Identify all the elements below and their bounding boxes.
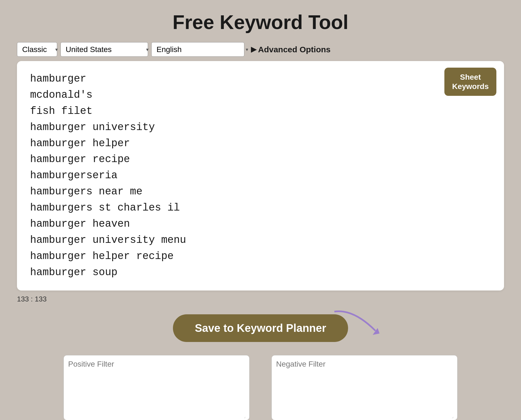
save-row: Save to Keyword Planner [17, 314, 504, 342]
count-label: 133 : 133 [17, 295, 504, 303]
list-item: hamburgers st charles il [30, 200, 491, 216]
list-item: hamburgerseria [30, 168, 491, 184]
language-select[interactable]: English [151, 42, 244, 57]
list-item: fish filet [30, 103, 491, 119]
language-select-wrapper: English [151, 42, 251, 57]
resize-handle-icon: ⌟ [244, 415, 248, 419]
classic-select-wrapper: Classic [17, 42, 60, 57]
page-title: Free Keyword Tool [173, 11, 349, 33]
negative-filter-input[interactable] [276, 360, 453, 415]
keyword-list: hamburger mcdonald's fish filet hamburge… [30, 71, 491, 281]
keyword-box: hamburger mcdonald's fish filet hamburge… [17, 61, 504, 290]
country-select[interactable]: United States [60, 42, 148, 57]
list-item: hamburger soup [30, 264, 491, 281]
list-item: hamburger helper [30, 136, 491, 152]
list-item: hamburger recipe [30, 151, 491, 168]
advanced-arrow-icon: ▶ [251, 45, 256, 54]
arrow-annotation-icon [332, 309, 392, 342]
filters-row: ⌟ ⌟ [17, 355, 504, 420]
toolbar: Classic United States English ▶ Advanced… [17, 42, 504, 57]
classic-select[interactable]: Classic [17, 42, 57, 57]
negative-filter-box: ⌟ [271, 355, 458, 420]
country-select-wrapper: United States [60, 42, 151, 57]
list-item: mcdonald's [30, 87, 491, 103]
list-item: hamburger heaven [30, 216, 491, 232]
advanced-options-toggle[interactable]: ▶ Advanced Options [251, 45, 331, 54]
list-item: hamburger helper recipe [30, 248, 491, 264]
positive-filter-box: ⌟ [63, 355, 250, 420]
list-item: hamburger university [30, 119, 491, 136]
resize-handle-icon: ⌟ [452, 415, 456, 419]
list-item: hamburgers near me [30, 184, 491, 200]
positive-filter-input[interactable] [68, 360, 245, 415]
save-keyword-planner-button[interactable]: Save to Keyword Planner [173, 314, 348, 342]
advanced-options-label: Advanced Options [258, 45, 331, 54]
list-item: hamburger university menu [30, 232, 491, 248]
sheet-keywords-button[interactable]: SheetKeywords [444, 68, 496, 96]
list-item: hamburger [30, 71, 491, 87]
